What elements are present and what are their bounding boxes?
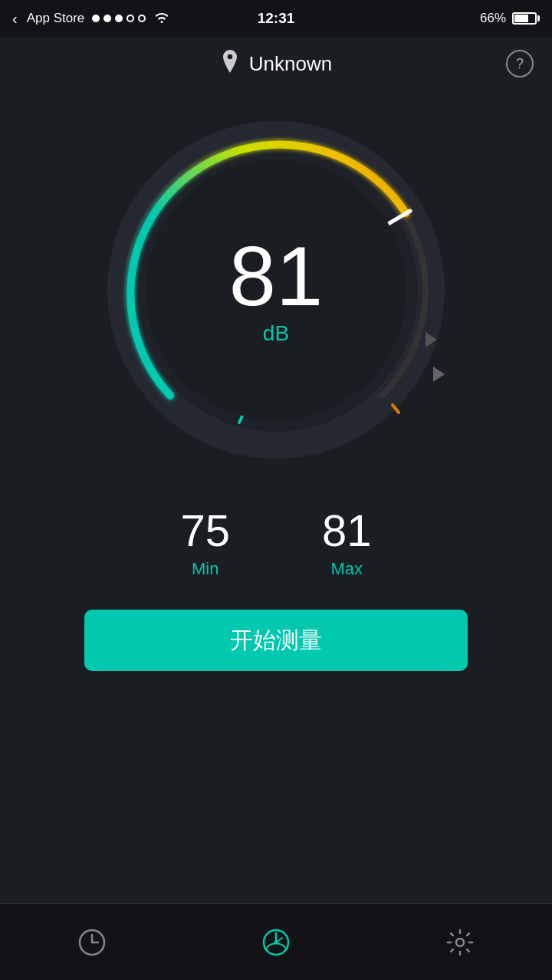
signal-dots <box>92 15 146 22</box>
battery-percent: 66% <box>480 11 506 26</box>
measure-button[interactable]: 开始测量 <box>84 610 468 671</box>
settings-icon <box>443 926 477 959</box>
gauge-unit: dB <box>229 321 323 346</box>
stat-max: 81 Max <box>322 505 372 579</box>
bottom-nav <box>0 903 552 980</box>
stat-min: 75 Min <box>180 505 230 579</box>
nav-settings[interactable] <box>437 919 483 965</box>
stat-max-value: 81 <box>322 505 372 556</box>
gauge-value: 81 <box>229 234 323 318</box>
signal-dot-5 <box>138 15 146 22</box>
status-time: 12:31 <box>258 10 295 27</box>
svg-marker-86 <box>433 367 445 382</box>
header-location: Unknown <box>220 50 332 77</box>
status-right: 66% <box>480 11 540 26</box>
help-icon: ? <box>516 56 524 72</box>
battery-icon <box>512 12 540 25</box>
meter-icon <box>259 926 293 959</box>
gauge-center: 81 dB <box>229 234 323 346</box>
wifi-icon <box>153 11 170 27</box>
signal-dot-1 <box>92 15 100 22</box>
gauge-section: // Will render via JS 81 dB 75 Min 81 Ma… <box>0 90 552 671</box>
stats-row: 75 Min 81 Max <box>180 505 371 579</box>
signal-dot-3 <box>115 15 123 22</box>
header: Unknown ? <box>0 37 552 90</box>
help-button[interactable]: ? <box>506 50 534 77</box>
signal-dot-4 <box>127 15 134 22</box>
gauge-container: // Will render via JS 81 dB <box>92 106 460 474</box>
measure-button-label: 开始测量 <box>230 625 322 656</box>
svg-point-93 <box>456 939 464 946</box>
location-icon <box>220 50 240 77</box>
status-bar: ‹ App Store 12:31 66% <box>0 0 552 37</box>
carrier-label: App Store <box>27 11 85 26</box>
stat-max-label: Max <box>322 559 372 579</box>
stat-min-label: Min <box>180 559 230 579</box>
nav-history[interactable] <box>69 919 115 965</box>
nav-meter[interactable] <box>253 919 299 965</box>
back-arrow-icon: ‹ <box>12 10 18 28</box>
signal-dot-2 <box>104 15 111 22</box>
status-left: ‹ App Store <box>12 10 170 28</box>
history-icon <box>75 926 109 959</box>
stat-min-value: 75 <box>180 505 230 556</box>
location-name: Unknown <box>249 52 332 76</box>
